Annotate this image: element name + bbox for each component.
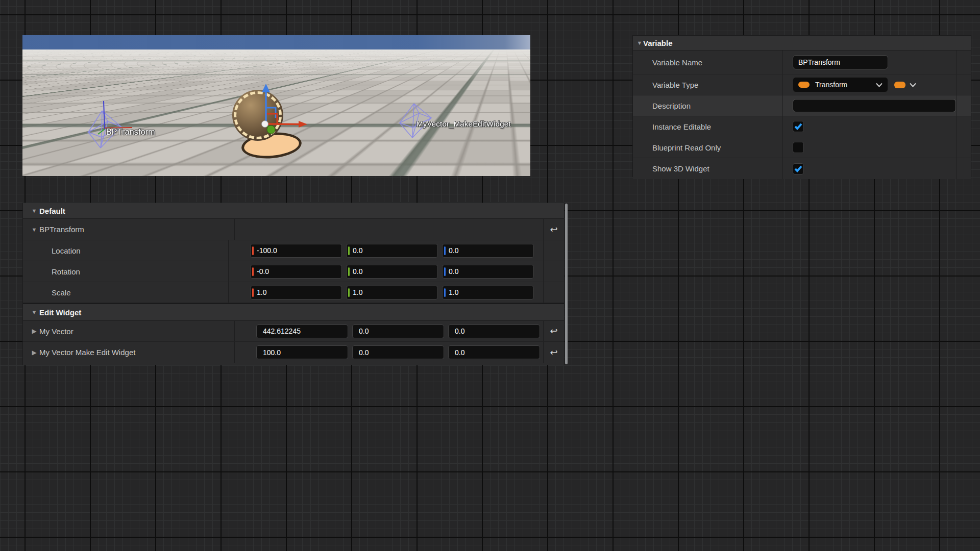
- container-type-control[interactable]: [894, 82, 916, 88]
- variable-name-input[interactable]: BPTransform: [793, 55, 888, 69]
- rotation-y-input[interactable]: 0.0: [346, 265, 438, 279]
- defaults-panel: ▼ Default ▼ BPTransform ↩ Location -100.…: [22, 203, 565, 365]
- default-section-title: Default: [39, 207, 65, 215]
- actor-label-myvector-makeeditwidget: MyVector_MakeEditWidget: [416, 119, 511, 128]
- transform-type-pill-icon: [798, 82, 810, 88]
- scale-x-input[interactable]: 1.0: [250, 286, 342, 299]
- instance-editable-row: Instance Editable: [633, 116, 971, 137]
- revert-to-default-button[interactable]: ↩: [544, 342, 564, 363]
- description-input[interactable]: [793, 99, 956, 112]
- rotation-x-input[interactable]: -0.0: [250, 265, 342, 279]
- instance-editable-label: Instance Editable: [652, 122, 711, 131]
- actor-label-bptransform: BPTransform: [106, 128, 155, 137]
- my-vector-row: ▶ My Vector 442.612245 0.0 0.0 ↩: [23, 321, 564, 342]
- variable-type-row: Variable Type Transform: [633, 74, 971, 95]
- rotation-z-input[interactable]: 0.0: [442, 265, 534, 279]
- blueprint-viewport[interactable]: BPTransform: [22, 35, 530, 176]
- my-vector-make-edit-widget-y-input[interactable]: 0.0: [352, 345, 444, 359]
- bptransform-property-label: BPTransform: [39, 225, 84, 234]
- blueprint-read-only-checkbox[interactable]: [793, 142, 804, 153]
- blueprint-read-only-label: Blueprint Read Only: [652, 143, 721, 152]
- expand-triangle-icon[interactable]: ▶: [29, 328, 39, 335]
- variable-section-title: Variable: [643, 39, 673, 47]
- chevron-down-icon: [910, 83, 916, 87]
- my-vector-make-edit-widget-z-input[interactable]: 0.0: [448, 345, 540, 359]
- collapse-triangle-icon[interactable]: ▼: [29, 227, 39, 233]
- variable-type-dropdown[interactable]: Transform: [793, 77, 888, 92]
- variable-type-label: Variable Type: [652, 81, 698, 89]
- chevron-down-icon: [876, 83, 883, 87]
- location-z-input[interactable]: 0.0: [442, 244, 534, 258]
- instance-editable-checkbox[interactable]: [793, 121, 804, 132]
- scale-row: Scale 1.0 1.0 1.0: [23, 282, 564, 303]
- collapse-triangle-icon[interactable]: ▼: [633, 40, 643, 46]
- edit-widget-section-header[interactable]: ▼ Edit Widget: [23, 303, 564, 321]
- variable-panel: ▼ Variable Variable Name BPTransform Var…: [632, 35, 971, 177]
- my-vector-make-edit-widget-label: My Vector Make Edit Widget: [39, 348, 135, 357]
- show-3d-widget-row: Show 3D Widget: [633, 158, 971, 179]
- expand-triangle-icon[interactable]: ▶: [29, 349, 39, 356]
- revert-to-default-button[interactable]: ↩: [544, 219, 564, 240]
- my-vector-y-input[interactable]: 0.0: [352, 324, 444, 338]
- show-3d-widget-label: Show 3D Widget: [652, 164, 709, 173]
- my-vector-x-input[interactable]: 442.612245: [256, 324, 348, 338]
- scale-label: Scale: [52, 288, 71, 297]
- variable-section-header[interactable]: ▼ Variable: [633, 36, 971, 51]
- location-x-input[interactable]: -100.0: [250, 244, 342, 258]
- my-vector-label: My Vector: [39, 327, 74, 336]
- revert-to-default-button[interactable]: ↩: [544, 321, 564, 341]
- edit-widget-section-title: Edit Widget: [39, 308, 81, 317]
- collapse-triangle-icon[interactable]: ▼: [29, 208, 39, 214]
- default-section-header[interactable]: ▼ Default: [23, 203, 564, 219]
- my-vector-make-edit-widget-x-input[interactable]: 100.0: [256, 345, 348, 359]
- rotation-label: Rotation: [52, 267, 80, 276]
- description-row: Description: [633, 95, 971, 116]
- rotation-row: Rotation -0.0 0.0 0.0: [23, 261, 564, 282]
- scale-z-input[interactable]: 1.0: [442, 286, 534, 299]
- variable-name-row: Variable Name BPTransform: [633, 51, 971, 74]
- translate-gizmo-icon[interactable]: [255, 83, 316, 144]
- blueprint-read-only-row: Blueprint Read Only: [633, 137, 971, 158]
- variable-name-label: Variable Name: [652, 58, 702, 67]
- location-label: Location: [52, 246, 81, 255]
- description-label: Description: [652, 102, 691, 110]
- scale-y-input[interactable]: 1.0: [346, 286, 438, 299]
- bptransform-property-row: ▼ BPTransform ↩: [23, 219, 564, 240]
- my-vector-z-input[interactable]: 0.0: [448, 324, 540, 338]
- container-type-pill-icon: [894, 82, 905, 88]
- collapse-triangle-icon[interactable]: ▼: [29, 309, 39, 315]
- details-scrollbar[interactable]: [565, 204, 568, 364]
- actor-sprite[interactable]: [232, 90, 283, 141]
- location-row: Location -100.0 0.0 0.0: [23, 240, 564, 261]
- my-vector-make-edit-widget-row: ▶ My Vector Make Edit Widget 100.0 0.0 0…: [23, 342, 564, 363]
- show-3d-widget-checkbox[interactable]: [793, 163, 804, 174]
- location-y-input[interactable]: 0.0: [346, 244, 438, 258]
- viewport-overlay: BPTransform: [22, 35, 530, 176]
